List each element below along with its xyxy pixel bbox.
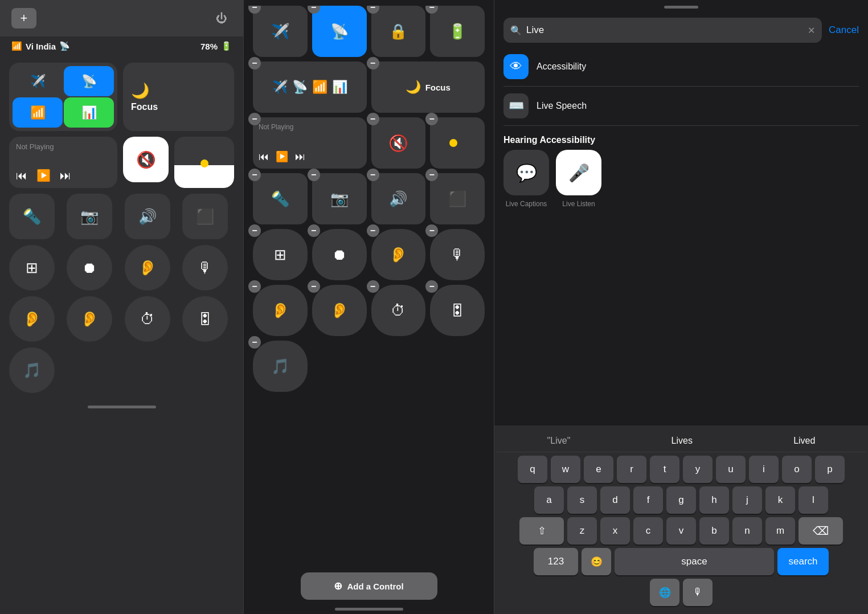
minus-badge[interactable]: − bbox=[367, 57, 379, 69]
edit-mute-cell[interactable]: − 🔇 bbox=[371, 117, 426, 169]
edit-screen-cell[interactable]: − ⬛ bbox=[430, 173, 485, 224]
edit-flash-cell[interactable]: − 🔦 bbox=[253, 173, 308, 224]
autocomplete-lives[interactable]: Lives bbox=[662, 433, 702, 448]
minus-badge[interactable]: − bbox=[367, 224, 379, 237]
wifi-toggle[interactable]: 📶 bbox=[13, 97, 63, 128]
edit-wifi-cell[interactable]: − ✈️ 📡 📶 📊 bbox=[253, 62, 367, 113]
key-h[interactable]: h bbox=[699, 486, 729, 514]
result-live-speech[interactable]: ⌨️ Live Speech bbox=[503, 87, 859, 126]
key-emoji[interactable]: 😊 bbox=[582, 548, 611, 575]
prev-track-icon[interactable]: ⏮ bbox=[16, 169, 27, 182]
record-button[interactable]: ⏺ bbox=[67, 245, 112, 290]
key-r[interactable]: r bbox=[617, 456, 646, 483]
play-edit[interactable]: ▶️ bbox=[276, 150, 288, 163]
key-a[interactable]: a bbox=[534, 486, 564, 514]
key-z[interactable]: z bbox=[567, 517, 597, 545]
minus-badge[interactable]: − bbox=[425, 224, 438, 237]
key-f[interactable]: f bbox=[633, 486, 663, 514]
flashlight-button[interactable]: 🔦 bbox=[9, 194, 55, 239]
minus-badge[interactable]: − bbox=[248, 6, 261, 14]
key-d[interactable]: d bbox=[600, 486, 630, 514]
edit-qr-cell[interactable]: − ⊞ bbox=[253, 229, 308, 280]
minus-badge[interactable]: − bbox=[367, 280, 379, 293]
hotspot-toggle[interactable]: 📡 bbox=[64, 66, 114, 96]
search-input[interactable] bbox=[526, 24, 803, 36]
add-control-button[interactable]: ⊕ Add a Control bbox=[301, 572, 437, 600]
edit-hotspot-cell[interactable]: − 📡 bbox=[312, 6, 367, 57]
ear-1-button[interactable]: 👂 bbox=[9, 296, 55, 342]
minus-badge[interactable]: − bbox=[308, 169, 320, 181]
clear-icon[interactable]: ✕ bbox=[808, 25, 815, 36]
power-button[interactable]: ⏻ bbox=[211, 8, 232, 28]
key-k[interactable]: k bbox=[765, 486, 795, 514]
edit-hear-cell[interactable]: − 👂 bbox=[371, 229, 426, 280]
autocomplete-live-quoted[interactable]: "Live" bbox=[538, 433, 580, 448]
edit-battery-cell[interactable]: − 🔋 bbox=[430, 6, 485, 57]
key-j[interactable]: j bbox=[732, 486, 762, 514]
key-x[interactable]: x bbox=[600, 517, 630, 545]
minus-badge[interactable]: − bbox=[308, 6, 320, 14]
key-w[interactable]: w bbox=[551, 456, 580, 483]
minus-badge[interactable]: − bbox=[425, 280, 438, 293]
key-o[interactable]: o bbox=[782, 456, 812, 483]
minus-badge[interactable]: − bbox=[248, 169, 261, 181]
minus-badge[interactable]: − bbox=[248, 224, 261, 237]
minus-badge[interactable]: − bbox=[367, 113, 379, 125]
mute-button[interactable]: 🔇 bbox=[123, 137, 169, 182]
next-edit[interactable]: ⏭ bbox=[295, 151, 305, 163]
key-n[interactable]: n bbox=[732, 517, 762, 545]
autocomplete-lived[interactable]: Lived bbox=[784, 433, 824, 448]
minus-badge[interactable]: − bbox=[367, 6, 379, 14]
key-e[interactable]: e bbox=[584, 456, 613, 483]
next-track-icon[interactable]: ⏭ bbox=[60, 169, 71, 182]
key-globe[interactable]: 🌐 bbox=[650, 579, 679, 606]
edit-focus-cell[interactable]: − 🌙 Focus bbox=[371, 62, 485, 113]
live-listen-item[interactable]: 🎤 Live Listen bbox=[556, 150, 601, 208]
key-c[interactable]: c bbox=[633, 517, 663, 545]
edit-record-cell[interactable]: − ⏺ bbox=[312, 229, 367, 280]
key-i[interactable]: i bbox=[749, 456, 779, 483]
focus-block[interactable]: 🌙 Focus bbox=[123, 63, 234, 131]
camera-button[interactable]: 📷 bbox=[67, 194, 112, 239]
key-l[interactable]: l bbox=[799, 486, 828, 514]
volume-button[interactable]: 🔊 bbox=[125, 194, 170, 239]
minus-badge[interactable]: − bbox=[308, 280, 320, 293]
key-v[interactable]: v bbox=[666, 517, 696, 545]
edit-airplane-cell[interactable]: − ✈️ bbox=[253, 6, 308, 57]
edit-timer-cell[interactable]: − ⏱ bbox=[371, 285, 426, 336]
edit-shazam-cell[interactable]: − 🎵 bbox=[253, 341, 308, 392]
key-p[interactable]: p bbox=[815, 456, 845, 483]
key-b[interactable]: b bbox=[699, 517, 729, 545]
media-player-block[interactable]: Not Playing ⏮ ▶️ ⏭ bbox=[9, 137, 117, 188]
key-y[interactable]: y bbox=[683, 456, 713, 483]
edit-eq-cell[interactable]: − 🎛 bbox=[430, 285, 485, 336]
shazam-button[interactable]: 🎵 bbox=[9, 347, 55, 393]
key-q[interactable]: q bbox=[518, 456, 547, 483]
play-pause-icon[interactable]: ▶️ bbox=[36, 169, 51, 182]
live-captions-item[interactable]: 💬 Live Captions bbox=[503, 150, 549, 208]
search-input-wrap[interactable]: 🔍 ✕ bbox=[503, 18, 822, 43]
key-space[interactable]: space bbox=[615, 548, 774, 575]
qr-scanner-button[interactable]: ⊞ bbox=[9, 245, 55, 290]
key-m[interactable]: m bbox=[765, 517, 795, 545]
timer-button[interactable]: ⏱ bbox=[125, 296, 170, 342]
signal-toggle[interactable]: 📊 bbox=[64, 97, 114, 128]
edit-cam-cell[interactable]: − 📷 bbox=[312, 173, 367, 224]
key-123[interactable]: 123 bbox=[534, 548, 578, 575]
minus-badge[interactable]: − bbox=[425, 169, 438, 181]
edit-media-cell[interactable]: − Not Playing ⏮ ▶️ ⏭ bbox=[253, 117, 367, 169]
key-u[interactable]: u bbox=[716, 456, 746, 483]
equalizer-button[interactable]: 🎛 bbox=[182, 296, 228, 342]
edit-ear1-cell[interactable]: − 👂 bbox=[253, 285, 308, 336]
key-g[interactable]: g bbox=[666, 486, 696, 514]
minus-badge[interactable]: − bbox=[248, 113, 261, 125]
key-mic[interactable]: 🎙 bbox=[683, 579, 713, 606]
result-accessibility[interactable]: 👁 Accessibility bbox=[503, 47, 859, 87]
key-search[interactable]: search bbox=[777, 548, 829, 575]
hearing-button[interactable]: 👂 bbox=[125, 245, 170, 290]
edit-lock-cell[interactable]: − 🔒 bbox=[371, 6, 426, 57]
edit-ear2-cell[interactable]: − 👂 bbox=[312, 285, 367, 336]
mic-button[interactable]: 🎙 bbox=[182, 245, 228, 290]
minus-badge[interactable]: − bbox=[308, 224, 320, 237]
edit-vol-cell[interactable]: − 🔊 bbox=[371, 173, 426, 224]
